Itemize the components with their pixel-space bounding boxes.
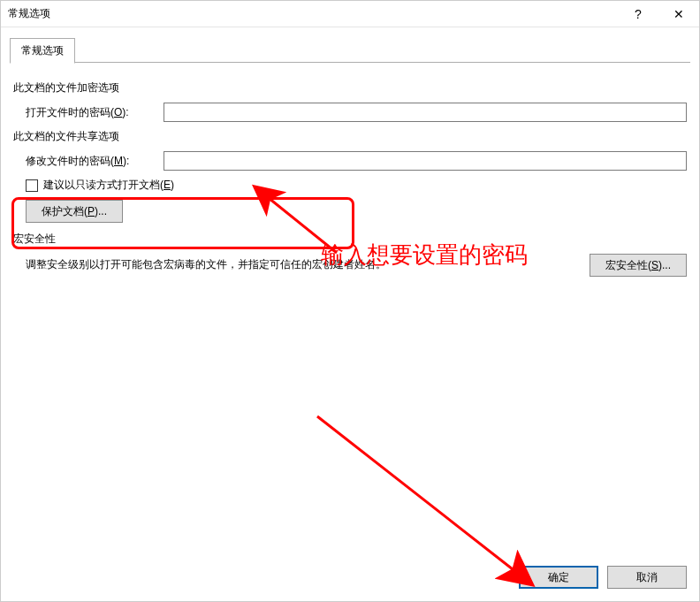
section-share-label: 此文档的文件共享选项 (13, 129, 687, 144)
protect-document-button[interactable]: 保护文档(P)... (26, 200, 123, 223)
content-panel: 此文档的文件加密选项 打开文件时的密码(O): 此文档的文件共享选项 修改文件时… (1, 63, 699, 277)
general-options-dialog: 常规选项 ? ✕ 常规选项 此文档的文件加密选项 打开文件时的密码(O): 此文… (0, 0, 700, 602)
cancel-button[interactable]: 取消 (607, 566, 687, 589)
tabstrip: 常规选项 (10, 38, 690, 63)
protect-doc-row: 保护文档(P)... (26, 200, 687, 223)
modify-password-row: 修改文件时的密码(M): (13, 151, 687, 171)
open-password-input[interactable] (164, 103, 687, 122)
titlebar: 常规选项 ? ✕ (1, 1, 699, 27)
macro-desc: 调整安全级别以打开可能包含宏病毒的文件，并指定可信任的宏创建者姓名。 (26, 254, 581, 272)
dialog-footer: 确定 取消 (519, 566, 687, 589)
section-macro-label: 宏安全性 (13, 232, 687, 247)
close-button[interactable]: ✕ (658, 1, 699, 27)
readonly-label: 建议以只读方式打开文档(E) (43, 178, 174, 193)
titlebar-right: ? ✕ (618, 1, 699, 27)
help-button[interactable]: ? (618, 1, 658, 27)
window-title: 常规选项 (8, 6, 50, 21)
macro-row: 调整安全级别以打开可能包含宏病毒的文件，并指定可信任的宏创建者姓名。 宏安全性(… (26, 254, 687, 277)
svg-line-1 (317, 416, 521, 575)
ok-button[interactable]: 确定 (519, 566, 598, 589)
modify-password-input[interactable] (164, 151, 687, 171)
readonly-row[interactable]: 建议以只读方式打开文档(E) (26, 178, 687, 193)
tab-label: 常规选项 (21, 43, 64, 58)
tab-general-options[interactable]: 常规选项 (10, 38, 75, 64)
open-password-label: 打开文件时的密码(O): (26, 105, 164, 120)
open-password-row: 打开文件时的密码(O): (13, 103, 687, 122)
macro-security-button[interactable]: 宏安全性(S)... (590, 254, 687, 277)
modify-password-label: 修改文件时的密码(M): (26, 154, 164, 169)
readonly-checkbox[interactable] (26, 179, 38, 192)
section-encrypt-label: 此文档的文件加密选项 (13, 80, 687, 95)
tab-baseline (10, 62, 690, 63)
